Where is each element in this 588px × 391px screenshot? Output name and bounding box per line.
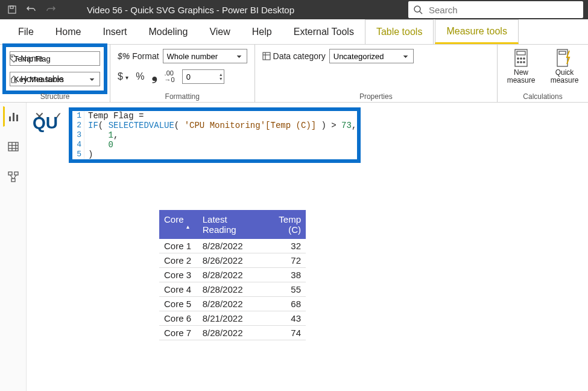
table-row[interactable]: Core 28/26/202272 [159, 253, 306, 268]
menu-view[interactable]: View [198, 19, 241, 44]
table-cell: Core 3 [159, 268, 198, 282]
percent-button[interactable]: % [136, 71, 144, 82]
line-number: 4 [72, 140, 84, 150]
formula-commit-button[interactable]: ✓ [49, 109, 65, 124]
line-number: 3 [72, 130, 84, 140]
code-text: 0 [84, 140, 113, 150]
formula-line[interactable]: 2IF( SELECTEDVALUE( 'CPU Monitoring'[Tem… [72, 121, 357, 130]
table-cell: 8/21/2022 [198, 311, 263, 325]
model-view-button[interactable] [3, 167, 24, 187]
line-number: 5 [72, 150, 84, 159]
svg-point-10 [517, 58, 519, 59]
window-title: Video 56 - Quick SVG Graphics - Power BI… [87, 5, 294, 15]
search-input[interactable] [429, 5, 578, 15]
table-row[interactable]: Core 68/21/202243 [159, 311, 306, 326]
svg-rect-1 [10, 6, 13, 8]
svg-rect-27 [14, 172, 18, 175]
col-header-core[interactable]: Core [159, 212, 198, 237]
ribbon-group-structure: Name Home table Key Measures [0, 45, 110, 102]
data-category-select[interactable]: Uncategorized [329, 49, 414, 63]
calculator-icon [513, 48, 530, 68]
formula-bar: ✕ ✓ 1Temp Flag =2IF( SELECTEDVALUE( 'CPU… [31, 107, 583, 163]
menu-modeling[interactable]: Modeling [138, 19, 198, 44]
table-cell: Core 1 [159, 239, 198, 253]
name-label: Name [10, 54, 43, 63]
ribbon-group-properties: Data category Uncategorized Properties [255, 45, 498, 102]
svg-point-4 [11, 56, 13, 57]
report-view-button[interactable] [3, 106, 24, 127]
format-select[interactable]: Whole number [163, 49, 247, 63]
formula-line[interactable]: 4 0 [72, 140, 357, 150]
table-cell: Core 5 [159, 297, 198, 311]
new-measure-button[interactable]: New measure [505, 48, 537, 84]
table-visual[interactable]: Core Latest Reading Temp (C) Core 18/28/… [159, 210, 306, 340]
svg-point-2 [414, 6, 420, 12]
table-cell: 55 [262, 282, 306, 296]
table-cell: 32 [262, 239, 306, 253]
thousands-button[interactable]: ❟ [152, 69, 157, 84]
col-header-temp[interactable]: Temp (C) [262, 212, 306, 237]
svg-rect-9 [517, 51, 525, 55]
menu-file[interactable]: File [7, 19, 45, 44]
body-area: ✕ ✓ 1Temp Flag =2IF( SELECTEDVALUE( 'CPU… [0, 103, 588, 391]
table-row[interactable]: Core 38/28/202238 [159, 268, 306, 282]
formula-line[interactable]: 3 1, [72, 130, 357, 140]
table-cell: 43 [262, 311, 306, 325]
decimal-places-input[interactable] [182, 69, 224, 84]
data-category-label: Data category [262, 51, 326, 61]
svg-rect-18 [9, 116, 11, 121]
tab-measure-tools[interactable]: Measure tools [435, 19, 519, 44]
svg-line-3 [420, 11, 422, 14]
code-text: IF( SELECTEDVALUE( 'CPU Monitoring'[Temp… [84, 121, 356, 130]
svg-point-13 [517, 62, 519, 63]
code-text: 1, [84, 130, 118, 140]
table-header-row: Core Latest Reading Temp (C) [159, 210, 306, 239]
redo-icon[interactable] [43, 2, 58, 17]
menu-insert[interactable]: Insert [92, 19, 138, 44]
svg-rect-5 [263, 52, 270, 60]
tag-icon [10, 54, 18, 63]
table-cell: Core 4 [159, 282, 198, 296]
group-label-properties: Properties [262, 91, 490, 101]
ribbon-group-calculations: New measure Quick measure Calculations [498, 45, 588, 102]
code-text: Temp Flag = [84, 111, 144, 121]
group-label-structure: Structure [7, 91, 103, 101]
undo-icon[interactable] [24, 2, 39, 17]
svg-rect-19 [13, 113, 14, 121]
decimal-down-icon[interactable]: ▼ [219, 77, 223, 81]
group-label-formatting: Formatting [118, 91, 247, 101]
line-number: 1 [72, 111, 84, 121]
calculator-lightning-icon [556, 48, 573, 68]
decimal-up-icon[interactable]: ▲ [219, 72, 223, 77]
formula-line[interactable]: 1Temp Flag = [72, 111, 357, 121]
search-box[interactable] [408, 1, 583, 18]
svg-line-30 [14, 175, 16, 179]
svg-rect-26 [8, 172, 12, 175]
formula-line[interactable]: 5) [72, 150, 357, 159]
svg-rect-20 [16, 115, 18, 121]
menu-home[interactable]: Home [45, 19, 92, 44]
col-header-reading[interactable]: Latest Reading [198, 212, 263, 237]
svg-rect-17 [559, 51, 566, 54]
formula-editor[interactable]: 1Temp Flag =2IF( SELECTEDVALUE( 'CPU Mon… [69, 107, 361, 163]
table-cell: 74 [262, 326, 306, 340]
table-row[interactable]: Core 78/28/202274 [159, 326, 306, 340]
table-row[interactable]: Core 48/28/202255 [159, 282, 306, 297]
currency-button[interactable]: $ ▾ [118, 71, 128, 82]
menu-help[interactable]: Help [241, 19, 283, 44]
quick-measure-button[interactable]: Quick measure [548, 48, 581, 84]
formula-cancel-button[interactable]: ✕ [31, 109, 47, 124]
table-row[interactable]: Core 18/28/202232 [159, 239, 306, 253]
save-icon[interactable] [5, 2, 19, 17]
svg-rect-0 [8, 6, 16, 13]
line-number: 2 [72, 121, 84, 130]
data-view-button[interactable] [3, 136, 24, 157]
menubar: File Home Insert Modeling View Help Exte… [0, 19, 588, 45]
precision-button[interactable]: .00→0 [165, 70, 175, 83]
menu-external-tools[interactable]: External Tools [283, 19, 365, 44]
report-canvas[interactable]: ✕ ✓ 1Temp Flag =2IF( SELECTEDVALUE( 'CPU… [27, 103, 588, 391]
tab-table-tools[interactable]: Table tools [365, 19, 434, 44]
table-row[interactable]: Core 58/28/202268 [159, 297, 306, 311]
format-label: $% Format [118, 51, 159, 61]
ribbon: Name Home table Key Measures [0, 45, 588, 103]
